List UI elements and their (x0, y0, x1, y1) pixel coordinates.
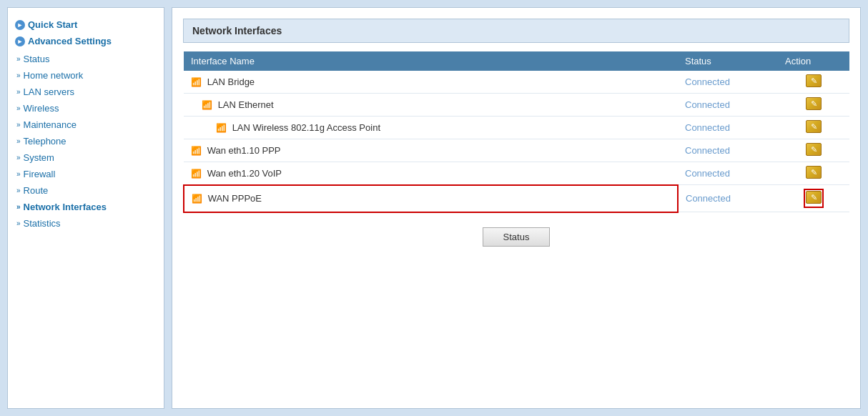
action-cell (778, 139, 849, 162)
table-row: 📶 LAN Wireless 802.11g Access Point Conn… (184, 117, 849, 139)
network-icon: 📶 (202, 100, 212, 110)
status-cell: Connected (678, 94, 778, 117)
arrow-icon: » (16, 88, 21, 96)
edit-action-highlighted (804, 189, 824, 208)
sidebar-item-status[interactable]: » Status (8, 51, 164, 67)
col-action: Action (778, 51, 849, 71)
network-icon: 📶 (191, 77, 202, 87)
main-content: Network Interfaces Interface Name Status… (172, 7, 861, 409)
edit-icon[interactable] (806, 191, 822, 204)
iface-name-cell: 📶 LAN Bridge (184, 71, 678, 94)
arrow-icon: » (16, 121, 21, 129)
status-cell: Connected (678, 185, 778, 212)
edit-icon[interactable] (806, 143, 822, 156)
status-button-wrapper: Status (183, 227, 849, 247)
wan-icon: 📶 (191, 169, 202, 179)
edit-icon[interactable] (806, 166, 822, 179)
arrow-icon: » (16, 170, 21, 178)
sidebar-item-statistics[interactable]: » Statistics (8, 215, 164, 232)
arrow-icon: » (16, 154, 21, 162)
iface-name-cell: 📶 LAN Wireless 802.11g Access Point (184, 117, 678, 139)
status-cell: Connected (678, 162, 778, 185)
iface-name-cell: 📶 LAN Ethernet (184, 94, 678, 117)
col-interface-name: Interface Name (184, 51, 678, 71)
action-cell (778, 162, 849, 185)
table-row: 📶 Wan eth1.10 PPP Connected (184, 139, 849, 162)
action-cell (778, 117, 849, 139)
wireless-icon: 📶 (216, 123, 227, 133)
arrow-icon: » (16, 187, 21, 194)
status-cell: Connected (678, 117, 778, 139)
iface-name-cell: 📶 Wan eth1.10 PPP (184, 139, 678, 162)
quick-start-bullet: ► (15, 20, 25, 30)
edit-icon[interactable] (806, 120, 822, 133)
table-row: 📶 LAN Bridge Connected (184, 71, 849, 94)
col-status: Status (678, 51, 778, 71)
arrow-icon: » (16, 219, 21, 227)
action-cell (778, 94, 849, 117)
panel-title: Network Interfaces (183, 19, 849, 43)
sidebar-item-maintenance[interactable]: » Maintenance (8, 117, 164, 133)
sidebar-item-firewall[interactable]: » Firewall (8, 166, 164, 182)
wan-pppoe-icon: 📶 (192, 194, 202, 204)
status-cell: Connected (678, 71, 778, 94)
arrow-icon: » (16, 71, 21, 79)
sidebar-item-telephone[interactable]: » Telephone (8, 133, 164, 149)
iface-name-cell: 📶 Wan eth1.20 VoIP (184, 162, 678, 185)
sidebar-item-lan-servers[interactable]: » LAN servers (8, 84, 164, 100)
sidebar-item-quick-start[interactable]: ► Quick Start (8, 15, 164, 31)
sidebar-item-advanced-settings[interactable]: ► Advanced Settings (8, 31, 164, 48)
arrow-icon: » (16, 104, 21, 112)
advanced-settings-label: Advanced Settings (28, 36, 112, 46)
quick-start-label: Quick Start (28, 19, 77, 30)
table-row-highlighted: 📶 WAN PPPoE Connected (184, 185, 849, 212)
action-cell (778, 71, 849, 94)
advanced-settings-bullet: ► (15, 36, 25, 46)
edit-icon[interactable] (806, 74, 822, 87)
action-cell-highlighted (778, 185, 849, 212)
sidebar-item-system[interactable]: » System (8, 149, 164, 166)
sidebar-item-wireless[interactable]: » Wireless (8, 100, 164, 117)
sidebar-item-network-interfaces[interactable]: » Network Interfaces (8, 199, 164, 215)
wan-icon: 📶 (191, 146, 202, 156)
network-interfaces-table: Interface Name Status Action 📶 LAN Bridg… (183, 51, 849, 213)
arrow-icon: » (16, 55, 21, 63)
table-row: 📶 LAN Ethernet Connected (184, 94, 849, 117)
sidebar-item-route[interactable]: » Route (8, 182, 164, 199)
arrow-icon: » (16, 203, 21, 211)
status-button[interactable]: Status (483, 227, 551, 247)
arrow-icon: » (16, 137, 21, 145)
status-cell: Connected (678, 139, 778, 162)
edit-icon[interactable] (806, 97, 822, 110)
sidebar-item-home-network[interactable]: » Home network (8, 67, 164, 84)
table-row: 📶 Wan eth1.20 VoIP Connected (184, 162, 849, 185)
iface-name-cell-highlighted: 📶 WAN PPPoE (184, 185, 678, 212)
sidebar: ► Quick Start ► Advanced Settings » Stat… (7, 7, 164, 409)
